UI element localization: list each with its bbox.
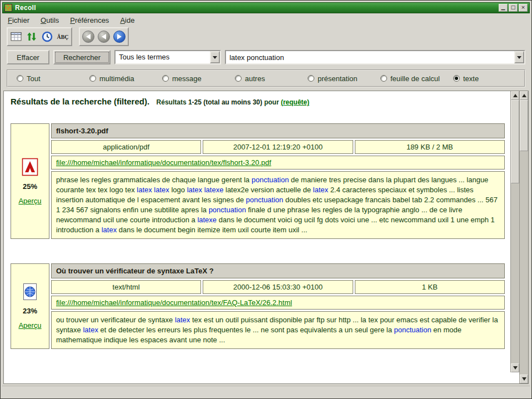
results-title: Résultats de la recherche (filtered). (11, 97, 149, 106)
scroll-down-button[interactable] (520, 375, 528, 383)
result-title: Où trouver un vérificateur de syntaxe La… (51, 263, 505, 278)
menubar: Fichier Outils Préférences Aide (2, 13, 530, 27)
result-url-cell: file:///home/michael/informatique/docume… (51, 156, 505, 169)
radio-icon (308, 75, 314, 82)
query-combobox (225, 50, 525, 64)
preview-link[interactable]: Aperçu (18, 197, 41, 205)
filter-label: message (172, 74, 202, 83)
spell-abc-icon: ÂBÇ (57, 34, 68, 40)
results-summary: Résultats 1-25 (total au moins 30) pour … (157, 98, 309, 106)
down-arrow-icon (513, 366, 518, 370)
results-header: Résultats de la recherche (filtered). Ré… (9, 96, 507, 109)
radio-icon (89, 75, 96, 82)
filter-label: présentation (318, 74, 358, 83)
html-page-icon (22, 283, 38, 301)
scrollbar-thumb[interactable] (511, 100, 519, 183)
filter-label: texte (463, 74, 479, 83)
result-url-link[interactable]: file:///home/michael/informatique/docume… (56, 298, 292, 307)
menu-fichier[interactable]: Fichier (8, 16, 29, 24)
result-item-1: 25% Aperçu flshort-3.20.pdf application/… (11, 123, 505, 239)
result-url-link[interactable]: file:///home/michael/informatique/docume… (56, 158, 271, 167)
query-link[interactable]: (requête) (281, 98, 309, 106)
menu-preferences[interactable]: Préférences (70, 16, 109, 24)
snippet-text: dans le document begin itemize item uxil… (117, 226, 307, 234)
window-title: Recoll (15, 4, 496, 12)
table-view-button[interactable] (9, 29, 23, 44)
sort-arrows-icon (26, 31, 37, 42)
app-icon (4, 4, 12, 12)
results-inner-scrollbar[interactable] (510, 91, 519, 372)
relevance-percent: 25% (23, 182, 37, 191)
query-history-dropdown-button[interactable] (514, 51, 524, 63)
filter-radio-3[interactable]: message (162, 74, 235, 83)
result-size: 189 KB / 2 MB (355, 140, 505, 154)
scroll-up-button[interactable] (520, 91, 528, 100)
filter-radio-7[interactable]: texte (453, 74, 526, 83)
chevron-down-icon (213, 56, 217, 59)
term-explorer-button[interactable]: ÂBÇ (56, 29, 70, 44)
highlighted-term: latex (313, 186, 328, 194)
scroll-down-button[interactable] (511, 363, 519, 372)
filter-radio-1[interactable]: Tout (17, 74, 89, 83)
highlighted-term: latex (175, 316, 190, 324)
relevance-percent: 23% (23, 307, 37, 315)
snippet-text: et de detecter les erreurs les plus freq… (98, 326, 394, 334)
nav-first-icon (82, 31, 94, 43)
result-title: flshort-3.20.pdf (51, 123, 505, 138)
table-icon (11, 31, 22, 42)
radio-icon (380, 75, 387, 82)
minimize-button[interactable]: ▁ (499, 4, 508, 12)
up-arrow-icon (513, 94, 518, 97)
nav-next-icon (113, 31, 126, 43)
result-meta-row: text/html 2000-12-06 15:03:30 +0100 1 KB (51, 280, 505, 294)
results-list: Résultats de la recherche (filtered). Ré… (4, 91, 510, 383)
history-clock-icon (42, 31, 53, 42)
result-url-cell: file:///home/michael/informatique/docume… (51, 296, 505, 310)
radio-icon (17, 75, 23, 82)
search-mode-dropdown-button[interactable] (210, 51, 220, 63)
radio-icon (453, 75, 460, 82)
clear-button[interactable]: Effacer (7, 50, 49, 64)
preview-link[interactable]: Aperçu (18, 321, 41, 330)
snippet-text: phrase les regles grammaticales de chaqu… (56, 176, 252, 184)
search-button[interactable]: Rechercher (53, 50, 111, 64)
highlighted-term: ponctuation (394, 326, 431, 334)
search-input[interactable] (226, 51, 514, 63)
down-arrow-icon (522, 377, 526, 381)
search-mode-combobox[interactable]: Tous les termes (114, 50, 221, 64)
nav-next-page-button[interactable] (112, 29, 127, 44)
results-outer-scrollbar[interactable] (519, 91, 528, 383)
recoll-window: Recoll ▁ □ × Fichier Outils Préférences … (0, 0, 532, 399)
highlighted-term: ponctuation (246, 196, 283, 204)
menu-aide[interactable]: Aide (120, 16, 134, 24)
chevron-down-icon (517, 56, 521, 59)
filter-radio-4[interactable]: autres (235, 74, 308, 83)
radio-icon (162, 75, 169, 82)
close-button[interactable]: × (519, 4, 528, 12)
snippet-text: logo (169, 186, 187, 194)
sort-by-date-button[interactable] (24, 29, 39, 44)
menu-outils[interactable]: Outils (41, 16, 59, 24)
nav-first-page-button[interactable] (81, 29, 96, 44)
filter-radio-2[interactable]: multimédia (89, 74, 162, 83)
highlighted-term: latexe (197, 216, 217, 224)
toolbar: ÂBÇ (2, 27, 530, 47)
maximize-button[interactable]: □ (509, 4, 518, 12)
filter-label: Tout (27, 74, 41, 83)
scroll-up-button[interactable] (511, 91, 519, 100)
highlighted-term: latex latexe (187, 186, 224, 194)
nav-prev-page-button[interactable] (97, 29, 111, 44)
status-bar (2, 386, 530, 397)
filter-label: feuille de calcul (390, 74, 440, 83)
doc-history-button[interactable] (40, 29, 54, 44)
result-meta-row: application/pdf 2007-12-01 12:19:20 +010… (51, 140, 505, 154)
scrollbar-thumb[interactable] (520, 100, 528, 151)
result-mime: text/html (51, 280, 201, 294)
result-size: 1 KB (355, 280, 505, 294)
snippet-text: latex2e version actuelle de (223, 186, 313, 194)
result-date: 2000-12-06 15:03:30 +0100 (203, 280, 353, 294)
titlebar: Recoll ▁ □ × (2, 2, 530, 13)
filter-label: multimédia (99, 74, 134, 83)
filter-radio-6[interactable]: feuille de calcul (380, 74, 453, 83)
filter-radio-5[interactable]: présentation (308, 74, 380, 83)
